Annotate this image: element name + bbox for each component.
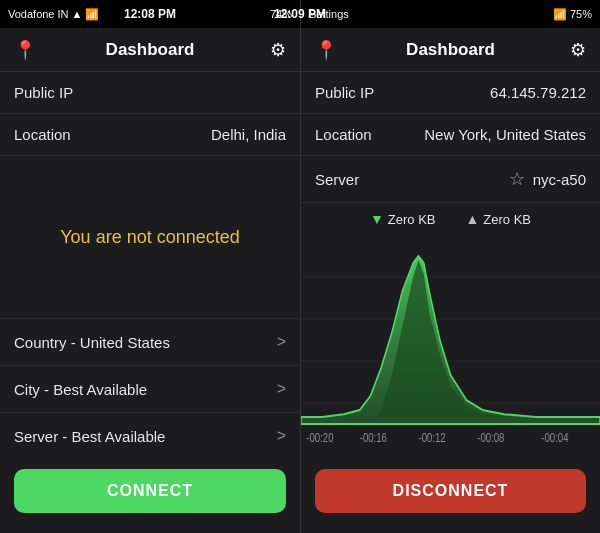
- right-public-ip-value: 64.145.79.212: [490, 84, 586, 101]
- city-menu-item[interactable]: City - Best Available >: [0, 365, 300, 412]
- left-wifi-icon: 📶: [85, 8, 99, 21]
- country-chevron-icon: >: [277, 333, 286, 351]
- disconnect-button[interactable]: DISCONNECT: [315, 469, 586, 513]
- not-connected-area: You are not connected: [0, 156, 300, 318]
- upload-bw-value: Zero KB: [483, 212, 531, 227]
- left-settings-icon[interactable]: ⚙: [270, 39, 286, 61]
- connect-button[interactable]: CONNECT: [14, 469, 286, 513]
- right-status-right: 📶 75%: [553, 8, 592, 21]
- server-row-label: Server: [315, 171, 359, 188]
- left-status-time: 12:08 PM: [124, 7, 176, 21]
- right-location-label: Location: [315, 126, 372, 143]
- right-header: 📍 Dashboard ⚙: [301, 28, 600, 72]
- server-row: Server ☆ nyc-a50: [301, 156, 600, 203]
- left-header-title: Dashboard: [106, 40, 195, 60]
- upload-bw-item: ▲ Zero KB: [466, 211, 532, 227]
- right-panel: Settings 12:09 PM 📶 75% 📍 Dashboard ⚙ Pu…: [300, 0, 600, 533]
- left-location-pin-icon: 📍: [14, 39, 36, 61]
- time-label-2: -00:16: [360, 431, 387, 444]
- disconnect-button-label: DISCONNECT: [393, 482, 509, 500]
- right-location-row: Location New York, United States: [301, 114, 600, 156]
- left-location-label: Location: [14, 126, 71, 143]
- left-public-ip-label: Public IP: [14, 84, 73, 101]
- favorite-star-icon[interactable]: ☆: [509, 168, 525, 190]
- left-header: 📍 Dashboard ⚙: [0, 28, 300, 72]
- left-location-value: Delhi, India: [211, 126, 286, 143]
- left-status-bar: Vodafone IN ▲ 📶 12:08 PM 74%: [0, 0, 300, 28]
- connect-button-label: CONNECT: [107, 482, 193, 500]
- download-arrow-icon: ▼: [370, 211, 384, 227]
- right-public-ip-row: Public IP 64.145.79.212: [301, 72, 600, 114]
- right-battery: 75%: [570, 8, 592, 20]
- server-name: nyc-a50: [533, 171, 586, 188]
- bandwidth-chart: -00:20 -00:16 -00:12 -00:08 -00:04: [301, 235, 600, 459]
- city-menu-label: City - Best Available: [14, 381, 147, 398]
- right-settings-icon[interactable]: ⚙: [570, 39, 586, 61]
- download-bw-value: Zero KB: [388, 212, 436, 227]
- server-chevron-icon: >: [277, 427, 286, 445]
- left-public-ip-row: Public IP: [0, 72, 300, 114]
- left-location-row: Location Delhi, India: [0, 114, 300, 156]
- right-header-title: Dashboard: [406, 40, 495, 60]
- download-bw-item: ▼ Zero KB: [370, 211, 436, 227]
- left-signal-icon: ▲: [72, 8, 83, 20]
- left-panel: Vodafone IN ▲ 📶 12:08 PM 74% 📍 Dashboard…: [0, 0, 300, 533]
- server-menu-label: Server - Best Available: [14, 428, 165, 445]
- time-label-5: -00:04: [541, 431, 568, 444]
- right-status-bar: Settings 12:09 PM 📶 75%: [301, 0, 600, 28]
- not-connected-text: You are not connected: [40, 227, 259, 248]
- server-menu-item[interactable]: Server - Best Available >: [0, 412, 300, 459]
- right-location-value: New York, United States: [424, 126, 586, 143]
- left-carrier: Vodafone IN: [8, 8, 69, 20]
- time-label-4: -00:08: [477, 431, 504, 444]
- right-status-time: 12:09 PM: [274, 7, 326, 21]
- right-location-pin-icon: 📍: [315, 39, 337, 61]
- country-menu-label: Country - United States: [14, 334, 170, 351]
- upload-arrow-icon: ▲: [466, 211, 480, 227]
- chart-inner-fill: [376, 260, 536, 417]
- chart-area: -00:20 -00:16 -00:12 -00:08 -00:04: [301, 235, 600, 459]
- city-chevron-icon: >: [277, 380, 286, 398]
- menu-section: Country - United States > City - Best Av…: [0, 318, 300, 459]
- right-public-ip-label: Public IP: [315, 84, 374, 101]
- server-right: ☆ nyc-a50: [509, 168, 586, 190]
- time-label-3: -00:12: [418, 431, 445, 444]
- country-menu-item[interactable]: Country - United States >: [0, 318, 300, 365]
- right-wifi-icon: 📶: [553, 8, 567, 21]
- time-label-1: -00:20: [306, 431, 333, 444]
- bandwidth-row: ▼ Zero KB ▲ Zero KB: [301, 203, 600, 235]
- left-status-left: Vodafone IN ▲ 📶: [8, 8, 99, 21]
